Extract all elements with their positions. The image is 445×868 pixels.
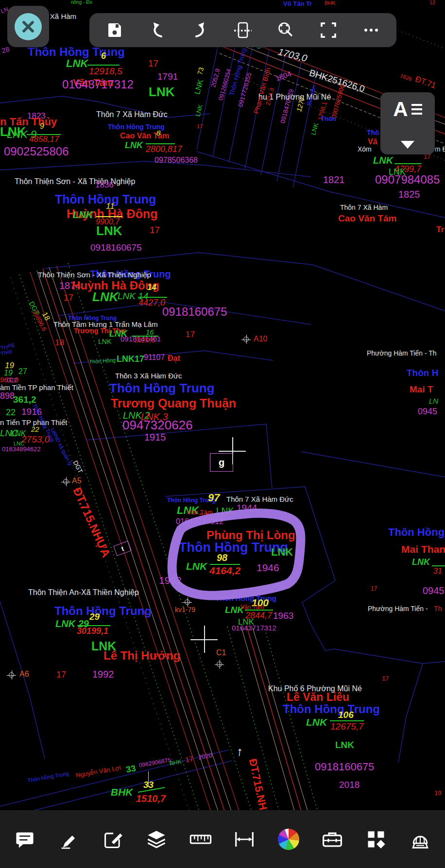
toolbox-icon (321, 828, 343, 851)
more-button[interactable] (357, 16, 385, 44)
text-style-panel[interactable]: A (380, 92, 435, 154)
point-marker (185, 599, 190, 605)
fit-screen-button[interactable] (229, 16, 257, 44)
blocks-button[interactable] (359, 822, 393, 856)
plot-station-icon (409, 828, 431, 851)
main-toolbar (89, 13, 396, 47)
more-icon (361, 20, 381, 40)
layers-button[interactable] (139, 822, 173, 856)
edit-icon (102, 829, 123, 850)
text-style-icon: A (393, 99, 422, 119)
comment-button[interactable] (8, 822, 42, 856)
draw-button[interactable] (52, 822, 86, 856)
point-marker-a10 (243, 337, 249, 342)
toolbox-button[interactable] (315, 822, 349, 856)
dimension-icon (233, 828, 256, 851)
dimension-button[interactable] (227, 822, 261, 856)
draw-icon (58, 829, 80, 850)
highlight-annotation[interactable] (172, 513, 301, 596)
text-cursor-box[interactable]: g (210, 453, 233, 472)
edit-button[interactable] (96, 822, 130, 856)
fit-screen-icon (233, 20, 253, 40)
layers-icon (146, 829, 167, 850)
blocks-icon (365, 829, 387, 850)
close-panel (7, 6, 49, 47)
bottom-toolbar (0, 810, 445, 868)
undo-button[interactable] (143, 16, 171, 44)
comment-icon (14, 829, 35, 850)
text-style-label: A (393, 99, 408, 119)
close-icon (21, 19, 35, 34)
zoom-window-icon (276, 20, 295, 40)
cursor-arrow: ↑ (236, 745, 244, 758)
ruler-icon (189, 828, 212, 851)
plot-station-button[interactable] (403, 822, 437, 856)
ruler-button[interactable] (184, 822, 218, 856)
save-icon (105, 21, 124, 39)
fullscreen-icon (319, 20, 338, 40)
chevron-down-icon (401, 141, 414, 149)
close-button[interactable] (15, 13, 42, 40)
undo-icon (148, 20, 167, 40)
cad-map-viewer: Thôn 7 Xã HàmVõ Tấn TrBHK12nông - ĐoLN28… (0, 0, 445, 868)
point-marker-a5 (63, 479, 68, 484)
zoom-window-button[interactable] (272, 16, 300, 44)
leader-line (148, 771, 149, 787)
crosshair-marker (190, 626, 218, 653)
redo-icon (190, 20, 210, 40)
redo-button[interactable] (186, 16, 214, 44)
color-wheel-button[interactable] (272, 822, 306, 856)
color-wheel-icon (278, 829, 299, 850)
point-marker-a6 (9, 672, 14, 678)
save-button[interactable] (101, 16, 129, 44)
fullscreen-button[interactable] (314, 16, 342, 44)
point-marker (217, 662, 222, 667)
